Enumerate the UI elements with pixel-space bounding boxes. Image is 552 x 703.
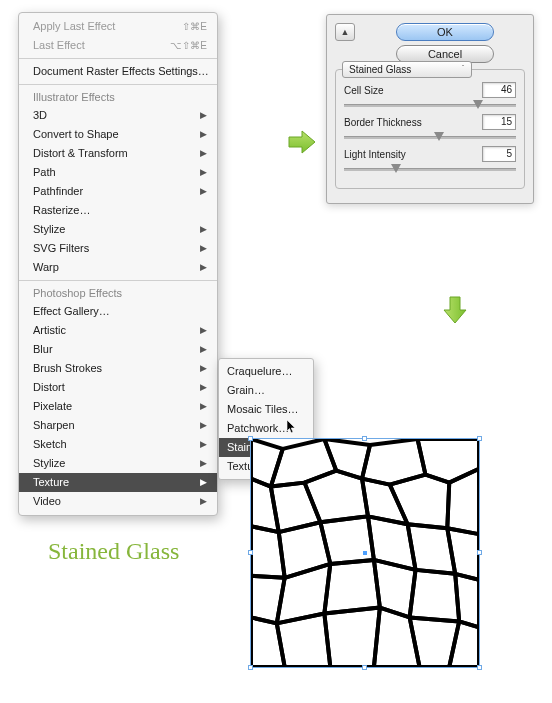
label: Craquelure… — [227, 364, 292, 379]
menu-item[interactable]: Pathfinder▶ — [19, 182, 217, 201]
shortcut: ⌥⇧⌘E — [170, 38, 207, 53]
chevron-right-icon: ▶ — [200, 108, 207, 123]
menu-item[interactable]: Path▶ — [19, 163, 217, 182]
resize-handle[interactable] — [248, 665, 253, 670]
menu-item[interactable]: SVG Filters▶ — [19, 239, 217, 258]
menu-header-photoshop: Photoshop Effects — [19, 284, 217, 302]
menu-item[interactable]: Rasterize… — [19, 201, 217, 220]
control-label: Light Intensity — [344, 149, 406, 160]
label: Last Effect — [33, 38, 85, 53]
submenu-item[interactable]: Mosaic Tiles… — [219, 400, 313, 419]
control-label: Border Thickness — [344, 117, 422, 128]
arrow-down-icon — [439, 294, 471, 326]
resize-handle[interactable] — [477, 436, 482, 441]
control-row: Light Intensity 5 — [344, 146, 516, 162]
menu-item[interactable]: Artistic▶ — [19, 321, 217, 340]
chevron-right-icon: ▶ — [200, 323, 207, 338]
menu-item[interactable]: Video▶ — [19, 492, 217, 511]
menu-item[interactable]: Texture▶ — [19, 473, 217, 492]
label: Blur — [33, 342, 53, 357]
menu-item[interactable]: Distort & Transform▶ — [19, 144, 217, 163]
chevron-right-icon: ▶ — [200, 184, 207, 199]
slider[interactable] — [344, 164, 516, 174]
menu-item[interactable]: Stylize▶ — [19, 454, 217, 473]
menu-item[interactable]: Brush Strokes▶ — [19, 359, 217, 378]
selection-center — [363, 551, 367, 555]
resize-handle[interactable] — [362, 665, 367, 670]
resize-handle[interactable] — [477, 550, 482, 555]
effects-menu: Apply Last Effect ⇧⌘E Last Effect ⌥⇧⌘E D… — [18, 12, 218, 516]
menu-item[interactable]: Sharpen▶ — [19, 416, 217, 435]
chevron-right-icon: ▶ — [200, 399, 207, 414]
label: 3D — [33, 108, 47, 123]
chevron-right-icon: ▶ — [200, 494, 207, 509]
slider-knob[interactable] — [434, 132, 444, 141]
menu-item[interactable]: Distort▶ — [19, 378, 217, 397]
menu-item-raster-settings[interactable]: Document Raster Effects Settings… — [19, 62, 217, 81]
control-row: Border Thickness 15 — [344, 114, 516, 130]
shortcut: ⇧⌘E — [182, 19, 207, 34]
chevron-right-icon: ▶ — [200, 361, 207, 376]
menu-item[interactable]: 3D▶ — [19, 106, 217, 125]
page-title: Stained Glass — [48, 538, 179, 565]
control-value[interactable]: 15 — [482, 114, 516, 130]
chevron-right-icon: ▶ — [200, 456, 207, 471]
label: Distort — [33, 380, 65, 395]
chevron-right-icon: ▶ — [200, 127, 207, 142]
chevron-right-icon: ▶ — [200, 475, 207, 490]
menu-item-apply-last: Apply Last Effect ⇧⌘E — [19, 17, 217, 36]
submenu-item[interactable]: Patchwork… — [219, 419, 313, 438]
label: Path — [33, 165, 56, 180]
menu-item[interactable]: Pixelate▶ — [19, 397, 217, 416]
label: SVG Filters — [33, 241, 89, 256]
label: Document Raster Effects Settings… — [33, 64, 209, 79]
menu-item-effect-gallery[interactable]: Effect Gallery… — [19, 302, 217, 321]
slider-knob[interactable] — [391, 164, 401, 173]
stained-glass-dialog: ▲ OK Cancel Stained Glass Cell Size 46 B… — [326, 14, 534, 204]
resize-handle[interactable] — [248, 436, 253, 441]
menu-item[interactable]: Convert to Shape▶ — [19, 125, 217, 144]
menu-item[interactable]: Warp▶ — [19, 258, 217, 277]
label: Brush Strokes — [33, 361, 102, 376]
label: Mosaic Tiles… — [227, 402, 299, 417]
label: Apply Last Effect — [33, 19, 115, 34]
control-row: Cell Size 46 — [344, 82, 516, 98]
ok-button[interactable]: OK — [396, 23, 494, 41]
label: Texture — [33, 475, 69, 490]
menu-item[interactable]: Sketch▶ — [19, 435, 217, 454]
label: Video — [33, 494, 61, 509]
chevron-right-icon: ▶ — [200, 146, 207, 161]
chevron-right-icon: ▶ — [200, 222, 207, 237]
submenu-item[interactable]: Grain… — [219, 381, 313, 400]
effect-select[interactable]: Stained Glass — [342, 61, 472, 78]
resize-handle[interactable] — [477, 665, 482, 670]
arrow-right-icon — [286, 126, 318, 158]
label: Pixelate — [33, 399, 72, 414]
submenu-item[interactable]: Craquelure… — [219, 362, 313, 381]
control-label: Cell Size — [344, 85, 383, 96]
control-value[interactable]: 46 — [482, 82, 516, 98]
label: Grain… — [227, 383, 265, 398]
label: Patchwork… — [227, 421, 289, 436]
label: Distort & Transform — [33, 146, 128, 161]
chevron-right-icon: ▶ — [200, 342, 207, 357]
resize-handle[interactable] — [362, 436, 367, 441]
slider[interactable] — [344, 100, 516, 110]
slider-knob[interactable] — [473, 100, 483, 109]
dialog-group: Stained Glass Cell Size 46 Border Thickn… — [335, 69, 525, 189]
menu-item[interactable]: Blur▶ — [19, 340, 217, 359]
menu-item[interactable]: Stylize▶ — [19, 220, 217, 239]
resize-handle[interactable] — [248, 550, 253, 555]
triangle-up-icon: ▲ — [341, 27, 350, 37]
stained-glass-preview[interactable] — [250, 438, 480, 668]
separator — [19, 84, 217, 85]
separator — [19, 58, 217, 59]
collapse-button[interactable]: ▲ — [335, 23, 355, 41]
chevron-right-icon: ▶ — [200, 380, 207, 395]
label: Effect Gallery… — [33, 304, 110, 319]
label: Convert to Shape — [33, 127, 119, 142]
slider[interactable] — [344, 132, 516, 142]
menu-header-illustrator: Illustrator Effects — [19, 88, 217, 106]
control-value[interactable]: 5 — [482, 146, 516, 162]
chevron-right-icon: ▶ — [200, 260, 207, 275]
